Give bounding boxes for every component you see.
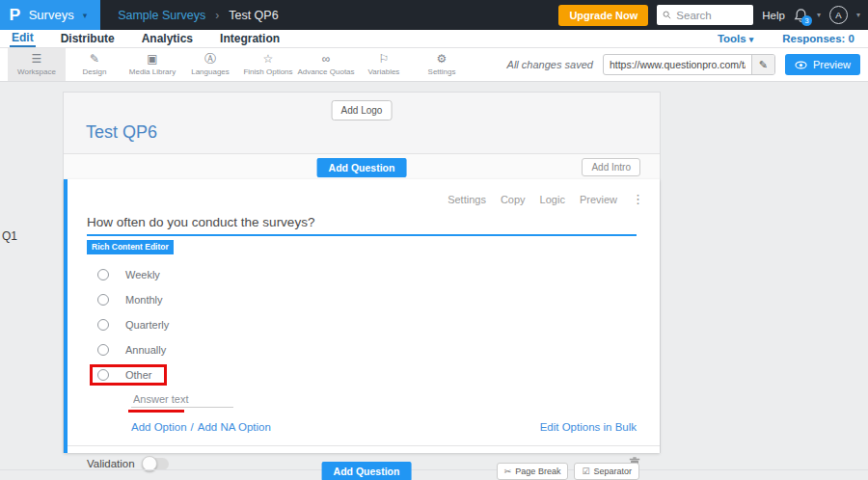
toolbar-item-media-library[interactable]: ▣ Media Library	[123, 48, 181, 81]
kebab-menu-icon[interactable]: ⋮	[632, 192, 644, 206]
question-body: How often do you conduct the surveys? Ri…	[68, 179, 660, 433]
section-nav: Edit Distribute Analytics Integration To…	[0, 30, 868, 48]
radio-button[interactable]	[97, 344, 109, 356]
survey-url-box: ✎	[603, 54, 775, 75]
edit-url-button[interactable]: ✎	[751, 55, 774, 74]
breadcrumb-current: Test QP6	[229, 9, 278, 22]
option-label[interactable]: Other	[125, 369, 152, 381]
help-link[interactable]: Help	[762, 10, 785, 21]
toolbar-item-design[interactable]: ✎ Design	[66, 48, 123, 81]
toolbar-item-advance-quotas[interactable]: ∞ Advance Quotas	[297, 48, 355, 81]
tab-edit[interactable]: Edit	[10, 30, 36, 47]
option-label[interactable]: Monthly	[125, 294, 163, 306]
annotation-underline	[128, 410, 184, 413]
question-copy-link[interactable]: Copy	[501, 194, 526, 205]
add-logo-button[interactable]: Add Logo	[332, 100, 393, 120]
settings-gear-icon: ⚙	[437, 53, 448, 66]
tools-menu[interactable]: Tools▾	[718, 33, 753, 44]
page-break-label: Page Break	[515, 467, 560, 476]
advance-quotas-icon: ∞	[322, 53, 331, 66]
add-question-button-bottom[interactable]: Add Question	[322, 462, 412, 480]
radio-button[interactable]	[97, 319, 109, 331]
survey-url-input[interactable]	[604, 59, 751, 70]
other-answer-input[interactable]	[131, 392, 233, 408]
tab-analytics[interactable]: Analytics	[140, 30, 195, 47]
toolbar-item-settings[interactable]: ⚙ Settings	[413, 48, 471, 81]
edit-toolbar: ☰ Workspace ✎ Design ▣ Media Library Ⓐ L…	[0, 48, 868, 82]
search-icon	[663, 10, 671, 20]
answer-option-row: Quarterly	[97, 312, 637, 337]
finish-options-icon: ☆	[263, 53, 274, 66]
questionpro-logo-icon: P	[9, 8, 20, 23]
chevron-down-icon: ▾	[856, 11, 860, 19]
preview-button[interactable]: Preview	[785, 54, 860, 75]
preview-label: Preview	[813, 59, 851, 70]
survey-header: Add Logo Test QP6	[64, 93, 660, 154]
question-preview-link[interactable]: Preview	[580, 194, 617, 205]
option-label[interactable]: Weekly	[125, 269, 160, 280]
toolbar-item-finish-options[interactable]: ☆ Finish Options	[239, 48, 297, 81]
toolbar-item-label: Advance Quotas	[297, 67, 354, 76]
toolbar-item-label: Variables	[368, 67, 400, 76]
variables-icon: ⚐	[379, 53, 390, 66]
upgrade-now-button[interactable]: Upgrade Now	[558, 5, 648, 26]
question-settings-link[interactable]: Settings	[448, 194, 486, 205]
save-status: All changes saved	[507, 59, 593, 70]
tab-integration[interactable]: Integration	[218, 30, 282, 47]
page-break-button[interactable]: ✂ Page Break	[497, 463, 569, 480]
tab-distribute[interactable]: Distribute	[59, 30, 117, 47]
answer-option-row: Weekly	[97, 262, 637, 287]
survey-editor-canvas: Q1 Add Logo Test QP6 Add Question Add In…	[0, 92, 868, 480]
radio-button[interactable]	[97, 369, 109, 381]
add-question-button-top[interactable]: Add Question	[317, 158, 407, 177]
design-icon: ✎	[90, 53, 99, 66]
chevron-down-icon: ▾	[749, 35, 754, 44]
eye-icon	[795, 61, 807, 69]
survey-card: Add Logo Test QP6 Add Question Add Intro…	[63, 92, 661, 453]
search-box[interactable]	[657, 5, 753, 25]
add-na-option-link[interactable]: Add NA Option	[198, 421, 271, 433]
pencil-icon: ✎	[759, 59, 768, 71]
tab-label: Edit	[12, 31, 34, 44]
card-footer: Add Question ✂ Page Break ☑ Separator	[0, 461, 868, 480]
tab-label: Analytics	[142, 32, 193, 45]
question-number-label: Q1	[2, 229, 17, 243]
avatar[interactable]: A	[829, 6, 848, 24]
scissors-icon: ✂	[504, 467, 512, 476]
topbar-right-cluster: Upgrade Now Help 3 ▾ A ▾	[558, 5, 868, 26]
survey-title[interactable]: Test QP6	[86, 122, 157, 143]
search-input[interactable]	[676, 10, 747, 21]
link-separator: /	[191, 421, 194, 433]
toolbar-item-label: Settings	[428, 67, 456, 76]
option-links-row: Add Option / Add NA Option Edit Options …	[131, 421, 637, 433]
toolbar-item-variables[interactable]: ⚐ Variables	[355, 48, 413, 81]
toolbar-item-languages[interactable]: Ⓐ Languages	[181, 48, 239, 81]
tab-label: Integration	[220, 32, 280, 45]
separator-label: Separator	[593, 467, 632, 476]
radio-button[interactable]	[97, 294, 109, 306]
add-option-link[interactable]: Add Option	[131, 421, 187, 433]
responses-count-link[interactable]: Responses: 0	[782, 33, 854, 44]
nav-right-cluster: Tools▾ Responses: 0	[718, 30, 858, 47]
rich-content-editor-tag: Rich Content Editor	[87, 240, 174, 254]
add-question-row: Add Question Add Intro	[64, 154, 660, 179]
option-label[interactable]: Annually	[125, 344, 166, 356]
top-bar: P Surveys ▾ Sample Surveys › Test QP6 Up…	[0, 0, 868, 30]
edit-options-in-bulk-link[interactable]: Edit Options in Bulk	[540, 421, 637, 433]
separator-button[interactable]: ☑ Separator	[574, 463, 639, 480]
option-label[interactable]: Quarterly	[125, 319, 169, 331]
radio-button[interactable]	[97, 269, 109, 280]
toolbar-item-label: Media Library	[129, 67, 176, 76]
toolbar-item-workspace[interactable]: ☰ Workspace	[8, 48, 66, 81]
workspace-icon: ☰	[32, 53, 42, 66]
surveys-menu[interactable]: P Surveys ▾	[0, 0, 100, 30]
answer-option-row: Annually	[97, 337, 637, 362]
answer-options-list: Weekly Monthly Quarterly Annually	[97, 262, 637, 387]
question-text-editor[interactable]: How often do you conduct the surveys?	[87, 215, 637, 236]
breadcrumb-parent-link[interactable]: Sample Surveys	[118, 9, 205, 22]
surveys-menu-label: Surveys	[29, 8, 74, 22]
notification-badge: 3	[801, 15, 812, 26]
add-intro-button[interactable]: Add Intro	[582, 158, 640, 176]
question-logic-link[interactable]: Logic	[540, 194, 565, 205]
notifications-button[interactable]: 3	[794, 8, 808, 23]
